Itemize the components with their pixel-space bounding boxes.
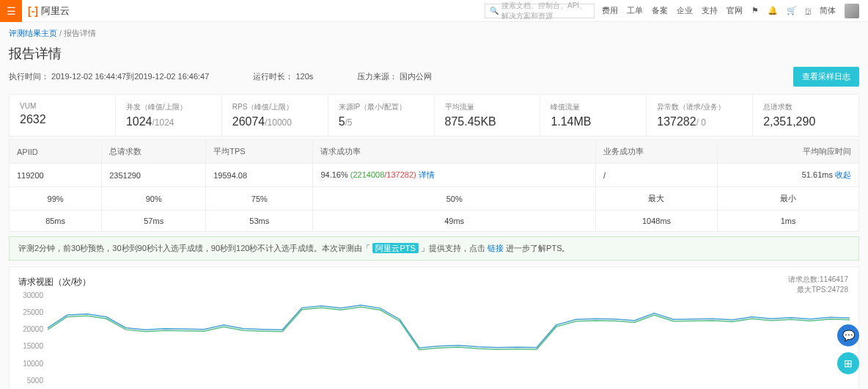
lang-switch[interactable]: 简体 — [820, 5, 836, 16]
table-row: 119200 2351290 19594.08 94.16% (2214008/… — [10, 164, 859, 187]
tools-button[interactable]: ⊞ — [837, 352, 859, 374]
menu-toggle[interactable]: ☰ — [0, 0, 22, 22]
cell-total: 2351290 — [102, 164, 206, 187]
cell-biz: / — [595, 164, 717, 187]
stat-cell: VUM2632 — [10, 95, 116, 136]
chart-title: 请求视图（次/秒） — [18, 276, 850, 288]
avatar[interactable] — [845, 4, 859, 18]
view-log-button[interactable]: 查看采样日志 — [793, 67, 859, 87]
chat-button[interactable]: 💬 — [837, 324, 859, 346]
stat-cell: 平均流量875.45KB — [435, 95, 541, 136]
api-table: APIID总请求数平均TPS请求成功率业务成功率平均响应时间 119200 23… — [9, 139, 859, 232]
help-icon[interactable]: ⍰ — [806, 7, 811, 15]
breadcrumb-home[interactable]: 评测结果主页 — [9, 29, 57, 37]
run-duration-label: 运行时长： — [253, 72, 293, 81]
notification-icon[interactable]: 🔔 — [768, 6, 778, 15]
chart-plot[interactable] — [48, 291, 850, 389]
cell-rt: 51.61ms 收起 — [718, 164, 859, 187]
stat-cell: RPS（峰值/上限）26074/10000 — [222, 95, 328, 136]
page-title: 报告详情 — [9, 45, 859, 62]
logo[interactable]: [-] 阿里云 — [28, 4, 70, 18]
chart-panel: 请求视图（次/秒） 请求总数:1146417 最大TPS:24728 30000… — [9, 266, 859, 389]
top-bar: ☰ [-] 阿里云 🔍 搜索文档、控制台、API、解决方案和资源 费用 工单 备… — [0, 0, 868, 22]
breadcrumb: 评测结果主页 / 报告详情 — [0, 22, 868, 45]
logo-text: 阿里云 — [41, 4, 70, 18]
nav-site[interactable]: 官网 — [727, 5, 743, 16]
floating-buttons: 💬 ⊞ — [837, 324, 859, 374]
top-nav: 费用 工单 备案 企业 支持 官网 ⚑ 🔔 🛒 ⍰ 简体 — [602, 4, 868, 18]
stat-cell: 并发（峰值/上限）1024/1024 — [116, 95, 222, 136]
stats-grid: VUM2632并发（峰值/上限）1024/1024RPS（峰值/上限）26074… — [9, 94, 859, 137]
meta-row: 执行时间： 2019-12-02 16:44:47到2019-12-02 16:… — [9, 67, 859, 87]
stat-cell: 总请求数2,351,290 — [753, 95, 858, 136]
percentile-value-row: 85ms57ms53ms49ms1048ms1ms — [10, 211, 859, 232]
exec-time-value: 2019-12-02 16:44:47到2019-12-02 16:46:47 — [51, 72, 209, 81]
cell-success: 94.16% (2214008/137282) 详情 — [313, 164, 596, 187]
breadcrumb-current: 报告详情 — [64, 29, 96, 37]
stat-cell: 异常数（请求/业务）137282/ 0 — [647, 95, 753, 136]
tip-link[interactable]: 链接 — [488, 244, 504, 252]
y-axis: 300002500020000150001000050000 — [18, 291, 48, 389]
nav-enterprise[interactable]: 企业 — [677, 5, 693, 16]
cell-apiid: 119200 — [10, 164, 102, 187]
stat-cell: 来源IP（最小/配置）5/5 — [328, 95, 435, 136]
nav-support[interactable]: 支持 — [702, 5, 718, 16]
tip-bar: 评测2分钟，前30秒预热，30秒到90秒计入选手成绩，90秒到120秒不计入选手… — [9, 236, 859, 261]
nav-region-icon[interactable]: ⚑ — [751, 6, 759, 15]
nav-beian[interactable]: 备案 — [652, 5, 668, 16]
search-input[interactable]: 🔍 搜索文档、控制台、API、解决方案和资源 — [485, 4, 595, 18]
search-icon: 🔍 — [490, 7, 499, 15]
pts-badge: 阿里云PTS — [372, 243, 418, 253]
nav-fee[interactable]: 费用 — [602, 5, 618, 16]
stat-cell: 峰值流量1.14MB — [540, 95, 647, 136]
cell-tps: 19594.08 — [206, 164, 313, 187]
aliyun-logo-icon: [-] — [28, 5, 38, 17]
pressure-source-label: 压力来源： — [357, 72, 397, 81]
cart-icon[interactable]: 🛒 — [787, 6, 797, 15]
detail-link[interactable]: 详情 — [419, 170, 435, 179]
search-placeholder: 搜索文档、控制台、API、解决方案和资源 — [501, 1, 589, 21]
nav-ticket[interactable]: 工单 — [627, 5, 643, 16]
exec-time-label: 执行时间： — [9, 72, 49, 81]
percentile-header-row: 99%90%75%50%最大最小 — [10, 187, 859, 211]
pressure-source-value: 国内公网 — [400, 72, 432, 81]
collapse-link[interactable]: 收起 — [835, 170, 851, 179]
run-duration-value: 120s — [295, 72, 313, 81]
